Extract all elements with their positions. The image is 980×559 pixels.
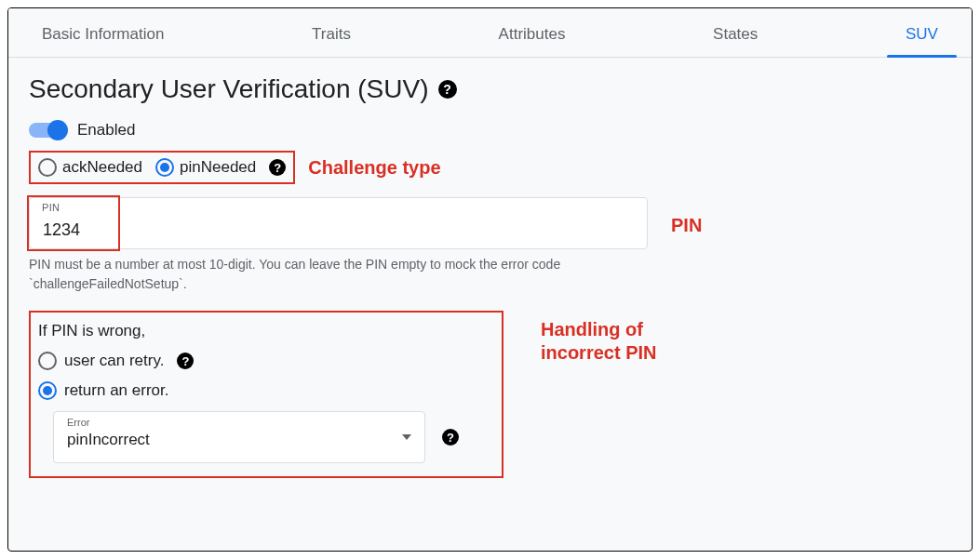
radio-circle-icon [38, 352, 57, 370]
enabled-toggle[interactable] [29, 123, 66, 138]
radio-user-can-retry[interactable]: user can retry. ? [38, 352, 489, 370]
pin-section: PIN PIN [29, 197, 951, 249]
page-title: Secondary User Verification (SUV) [29, 74, 429, 104]
radio-pin-label: pinNeeded [180, 158, 256, 177]
radio-ack-label: ackNeeded [62, 158, 142, 177]
pin-field-container: PIN [29, 197, 648, 249]
challenge-type-row: ackNeeded pinNeeded ? Challenge type [29, 151, 441, 184]
tab-states[interactable]: States [705, 20, 765, 57]
pin-input[interactable] [29, 197, 648, 249]
error-select-row: Error pinIncorrect ? [53, 411, 489, 463]
radio-return-error[interactable]: return an error. [38, 381, 489, 400]
radio-ack-needed[interactable]: ackNeeded [38, 158, 142, 177]
chevron-down-icon [402, 434, 411, 440]
radio-retry-label: user can retry. [64, 352, 164, 370]
wrong-pin-prompt: If PIN is wrong, [38, 322, 489, 340]
radio-error-label: return an error. [64, 381, 168, 400]
wrong-pin-panel: If PIN is wrong, user can retry. ? retur… [29, 311, 503, 478]
error-select-floating-label: Error [67, 417, 89, 428]
content-area: Secondary User Verification (SUV) ? Enab… [8, 58, 972, 495]
radio-circle-icon [38, 158, 57, 177]
help-icon[interactable]: ? [177, 353, 194, 369]
enabled-toggle-row: Enabled [29, 121, 951, 140]
wrong-pin-row: If PIN is wrong, user can retry. ? retur… [29, 311, 951, 478]
radio-circle-selected-icon [38, 381, 57, 400]
annotation-pin: PIN [671, 214, 702, 237]
help-icon[interactable]: ? [438, 80, 457, 99]
help-icon[interactable]: ? [269, 159, 286, 176]
error-select-value: pinIncorrect [67, 431, 391, 449]
tab-suv[interactable]: SUV [898, 20, 946, 57]
annotation-challenge-type: Challenge type [308, 156, 440, 180]
radio-pin-needed[interactable]: pinNeeded [155, 158, 256, 177]
annotation-handling: Handling of incorrect PIN [541, 318, 656, 365]
tab-basic-information[interactable]: Basic Information [34, 20, 171, 57]
pin-floating-label: PIN [42, 202, 60, 213]
tab-traits[interactable]: Traits [304, 20, 358, 57]
challenge-type-radio-group: ackNeeded pinNeeded ? [29, 151, 295, 184]
help-icon[interactable]: ? [442, 429, 459, 446]
tab-attributes[interactable]: Attributes [491, 20, 573, 57]
enabled-toggle-label: Enabled [77, 121, 135, 140]
title-row: Secondary User Verification (SUV) ? [29, 74, 951, 104]
error-select[interactable]: Error pinIncorrect [53, 411, 425, 463]
settings-window: Basic Information Traits Attributes Stat… [7, 7, 973, 552]
pin-helper-text: PIN must be a number at most 10-digit. Y… [29, 255, 643, 294]
radio-circle-selected-icon [155, 158, 174, 177]
tab-bar: Basic Information Traits Attributes Stat… [8, 8, 972, 58]
